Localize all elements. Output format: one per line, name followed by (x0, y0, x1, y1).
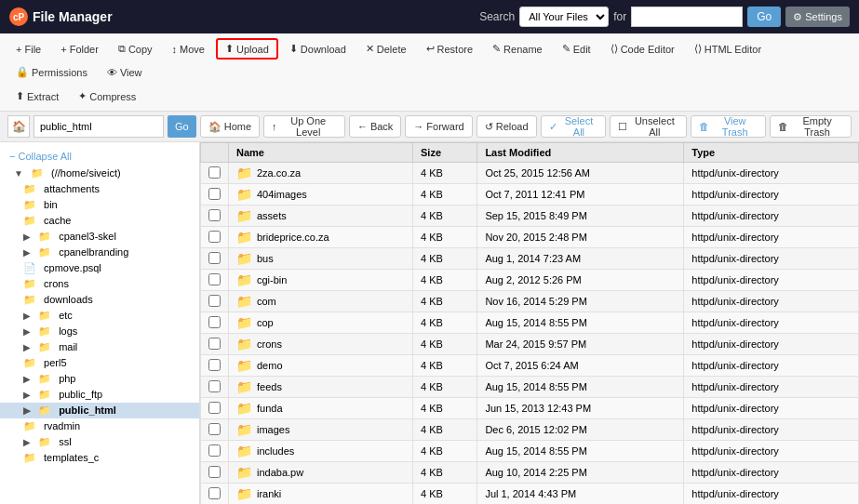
sidebar-item-perl5[interactable]: 📁 perl5 (0, 355, 199, 371)
move-button[interactable]: ↕ Move (164, 40, 213, 59)
edit-button[interactable]: ✎ Edit (554, 39, 599, 59)
file-scroll[interactable]: Name Size Last Modified Type 📁 2za.co.za… (200, 142, 859, 504)
row-checkbox[interactable] (201, 355, 229, 377)
sidebar-item-public-ftp[interactable]: ▶ 📁 public_ftp (0, 387, 199, 403)
table-row[interactable]: 📁 includes 4 KB Aug 15, 2014 8:55 PM htt… (201, 441, 859, 462)
download-button[interactable]: ⬇ Download (281, 39, 355, 59)
html-editor-button[interactable]: ⟨⟩ HTML Editor (686, 39, 770, 59)
table-row[interactable]: 📁 images 4 KB Dec 6, 2015 12:02 PM httpd… (201, 419, 859, 441)
sidebar-item-php[interactable]: ▶ 📁 php (0, 371, 199, 387)
view-button[interactable]: 👁 View (99, 63, 151, 82)
settings-button[interactable]: ⚙ Settings (785, 7, 850, 27)
code-editor-button[interactable]: ⟨⟩ Code Editor (602, 39, 683, 59)
sidebar-item-logs[interactable]: ▶ 📁 logs (0, 324, 199, 339)
row-checkbox[interactable] (201, 377, 229, 398)
view-trash-button[interactable]: 🗑 View Trash (691, 115, 766, 138)
forward-button[interactable]: → Forward (405, 115, 472, 138)
back-button[interactable]: ← Back (349, 115, 401, 138)
sidebar-item-rvadmin[interactable]: 📁 rvadmin (0, 418, 199, 434)
new-file-button[interactable]: + File (7, 40, 49, 59)
restore-button[interactable]: ↩ Restore (418, 39, 482, 59)
row-checkbox[interactable] (201, 441, 229, 462)
copy-button[interactable]: ⧉ + Copy Copy (110, 39, 161, 59)
size-column-header[interactable]: Size (413, 143, 477, 163)
extract-button[interactable]: ⬆ Extract (7, 86, 67, 106)
modified-column-header[interactable]: Last Modified (477, 143, 684, 163)
collapse-all-button[interactable]: − Collapse All (0, 147, 199, 166)
permissions-button[interactable]: 🔒 Permissions (7, 62, 96, 82)
sidebar-item-templates-c[interactable]: 📁 templates_c (0, 450, 199, 466)
folder-icon: 📁 (236, 208, 252, 223)
sidebar-item-etc[interactable]: ▶ 📁 etc (0, 308, 199, 324)
row-checkbox[interactable] (201, 462, 229, 484)
search-input[interactable] (631, 7, 743, 27)
table-row[interactable]: 📁 funda 4 KB Jun 15, 2013 12:43 PM httpd… (201, 398, 859, 419)
table-row[interactable]: 📁 bus 4 KB Aug 1, 2014 7:23 AM httpd/uni… (201, 248, 859, 270)
path-input[interactable] (34, 115, 164, 138)
select-all-button[interactable]: ✓ Select All (541, 115, 607, 138)
rename-button[interactable]: ✎ Rename (484, 39, 551, 59)
up-one-level-button[interactable]: ↑ Up One Level (263, 115, 345, 138)
unselect-all-button[interactable]: ☐ Unselect All (610, 115, 687, 138)
name-column-header[interactable]: Name (229, 143, 413, 163)
search-scope-dropdown[interactable]: All Your Files (519, 7, 609, 27)
delete-button[interactable]: ✕ Delete (357, 39, 415, 59)
sidebar-item-crons[interactable]: 📁 crons (0, 276, 199, 292)
sidebar-item-cpanelbranding[interactable]: ▶ 📁 cpanelbranding (0, 245, 199, 260)
search-go-button[interactable]: Go (747, 7, 781, 27)
path-go-button[interactable]: Go (168, 115, 196, 138)
checkbox-header (201, 143, 229, 163)
row-checkbox[interactable] (201, 334, 229, 355)
row-checkbox[interactable] (201, 419, 229, 441)
sidebar-item-ssl[interactable]: ▶ 📁 ssl (0, 434, 199, 450)
row-name: 📁 indaba.pw (229, 462, 413, 484)
row-type: httpd/unix-directory (684, 462, 859, 484)
table-row[interactable]: 📁 feeds 4 KB Aug 15, 2014 8:55 PM httpd/… (201, 377, 859, 398)
row-checkbox[interactable] (201, 206, 229, 227)
sidebar-item-root[interactable]: ▼ 📁 (//home/siveict) (0, 166, 199, 181)
row-checkbox[interactable] (201, 248, 229, 270)
upload-button[interactable]: ⬆ Upload (216, 38, 278, 60)
sidebar-item-bin[interactable]: 📁 bin (0, 197, 199, 213)
row-modified: Aug 15, 2014 8:55 PM (477, 377, 684, 398)
row-checkbox[interactable] (201, 484, 229, 505)
home-button[interactable]: 🏠 Home (200, 115, 260, 138)
row-checkbox[interactable] (201, 270, 229, 291)
table-row[interactable]: 📁 2za.co.za 4 KB Oct 25, 2015 12:56 AM h… (201, 163, 859, 184)
delete-icon: ✕ (366, 43, 374, 55)
new-folder-button[interactable]: + Folder (52, 40, 107, 59)
table-row[interactable]: 📁 indaba.pw 4 KB Aug 10, 2014 2:25 PM ht… (201, 462, 859, 484)
reload-button[interactable]: ↺ Reload (476, 115, 537, 138)
home-icon-btn[interactable]: 🏠 (7, 115, 30, 138)
sidebar-item-cpanel3-skel[interactable]: ▶ 📁 cpanel3-skel (0, 229, 199, 245)
row-checkbox[interactable] (201, 184, 229, 206)
row-checkbox[interactable] (201, 398, 229, 419)
row-name-label: cgi-bin (257, 274, 287, 285)
sidebar-item-mail[interactable]: ▶ 📁 mail (0, 339, 199, 355)
sidebar-item-cpmove[interactable]: 📄 cpmove.psql (0, 260, 199, 276)
row-checkbox[interactable] (201, 312, 229, 334)
row-checkbox[interactable] (201, 163, 229, 184)
table-row[interactable]: 📁 com 4 KB Nov 16, 2014 5:29 PM httpd/un… (201, 291, 859, 312)
expand-icon: ▶ (19, 247, 31, 258)
table-row[interactable]: 📁 crons 4 KB Mar 24, 2015 9:57 PM httpd/… (201, 334, 859, 355)
row-checkbox[interactable] (201, 227, 229, 248)
sidebar-item-downloads[interactable]: 📁 downloads (0, 292, 199, 308)
type-column-header[interactable]: Type (684, 143, 859, 163)
sidebar-item-cache[interactable]: 📁 cache (0, 213, 199, 229)
folder-icon: 📁 (34, 325, 51, 337)
row-modified: Aug 15, 2014 8:55 PM (477, 441, 684, 462)
table-row[interactable]: 📁 cgi-bin 4 KB Aug 2, 2012 5:26 PM httpd… (201, 270, 859, 291)
table-row[interactable]: 📁 iranki 4 KB Jul 1, 2014 4:43 PM httpd/… (201, 484, 859, 505)
table-row[interactable]: 📁 404images 4 KB Oct 7, 2011 12:41 PM ht… (201, 184, 859, 206)
file-list: 📁 2za.co.za 4 KB Oct 25, 2015 12:56 AM h… (201, 163, 859, 505)
sidebar-item-attachments[interactable]: 📁 attachments (0, 181, 199, 197)
empty-trash-button[interactable]: 🗑 Empty Trash (770, 115, 852, 138)
table-row[interactable]: 📁 cop 4 KB Aug 15, 2014 8:55 PM httpd/un… (201, 312, 859, 334)
row-checkbox[interactable] (201, 291, 229, 312)
table-row[interactable]: 📁 demo 4 KB Oct 7, 2015 6:24 AM httpd/un… (201, 355, 859, 377)
sidebar-item-public-html[interactable]: ▶ 📁 public_html (0, 403, 199, 418)
table-row[interactable]: 📁 assets 4 KB Sep 15, 2015 8:49 PM httpd… (201, 206, 859, 227)
table-row[interactable]: 📁 brideprice.co.za 4 KB Nov 20, 2015 2:4… (201, 227, 859, 248)
compress-button[interactable]: ✦ Compress (70, 86, 144, 106)
